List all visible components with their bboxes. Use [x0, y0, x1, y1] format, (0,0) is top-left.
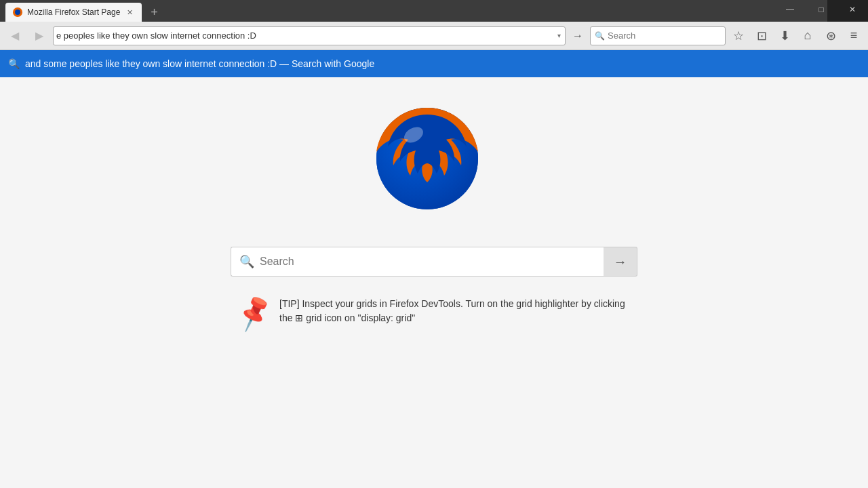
star-icon: ☆ [733, 28, 744, 43]
firefox-logo [359, 91, 509, 240]
menu-icon: ≡ [850, 28, 858, 43]
toolbar-search-bar[interactable]: 🔍 [590, 26, 726, 45]
bookmark-button[interactable]: ☆ [728, 26, 749, 46]
reader-icon: ⊡ [757, 28, 767, 43]
go-arrow-icon: → [572, 30, 583, 42]
toolbar: ◀ ▶ ▾ → 🔍 ☆ ⊡ ⬇ [0, 22, 868, 50]
pocket-icon: ⊛ [826, 28, 836, 43]
forward-button[interactable]: ▶ [28, 25, 50, 47]
page-search-go-arrow-icon: → [614, 254, 627, 270]
tip-text: [TIP] Inspect your grids in Firefox DevT… [279, 297, 631, 325]
download-icon: ⬇ [780, 28, 790, 43]
tab-bar: Mozilla Firefox Start Page ✕ + [0, 3, 868, 22]
maximize-button[interactable]: □ [806, 0, 837, 19]
page-search-input[interactable] [260, 256, 595, 268]
tip-area: 📌 [TIP] Inspect your grids in Firefox De… [231, 297, 637, 329]
window-controls: — □ ✕ [774, 0, 868, 19]
tab-item[interactable]: Mozilla Firefox Start Page ✕ [5, 3, 142, 22]
new-tab-button[interactable]: + [144, 3, 163, 22]
page-content: 🔍 → 📌 [TIP] Inspect your grids in Firefo… [0, 77, 868, 488]
title-bar: Mozilla Firefox Start Page ✕ + — □ ✕ [0, 0, 868, 22]
page-search-container: 🔍 → [231, 247, 637, 277]
toolbar-search-input[interactable] [608, 30, 722, 41]
close-button[interactable]: ✕ [837, 0, 868, 19]
page-search-go-button[interactable]: → [604, 247, 637, 277]
autocomplete-suggestion: and some peoples like they own slow inte… [25, 58, 860, 69]
browser-window: Mozilla Firefox Start Page ✕ + — □ ✕ ◀ ▶… [0, 0, 868, 488]
forward-icon: ▶ [35, 29, 43, 42]
home-button[interactable]: ⌂ [797, 26, 818, 46]
tab-title: Mozilla Firefox Start Page [27, 7, 120, 17]
autocomplete-search-icon: 🔍 [8, 58, 20, 69]
svg-point-1 [15, 9, 20, 15]
pocket-button[interactable]: ⊛ [821, 26, 841, 46]
tab-close-button[interactable]: ✕ [124, 7, 135, 18]
menu-button[interactable]: ≡ [844, 26, 864, 46]
tab-favicon [12, 7, 23, 18]
address-bar[interactable]: ▾ [53, 26, 566, 45]
reader-view-button[interactable]: ⊡ [751, 26, 772, 46]
back-icon: ◀ [11, 29, 19, 42]
address-input[interactable] [56, 30, 556, 41]
minimize-button[interactable]: — [774, 0, 806, 19]
toolbar-search-icon: 🔍 [595, 31, 605, 41]
pin-icon: 📌 [233, 292, 275, 333]
page-search-input-wrap[interactable]: 🔍 [231, 247, 604, 277]
page-search-icon: 🔍 [239, 254, 254, 269]
go-button[interactable]: → [568, 26, 587, 45]
downloads-button[interactable]: ⬇ [774, 26, 795, 46]
address-dropdown-arrow[interactable]: ▾ [556, 32, 562, 39]
home-icon: ⌂ [804, 28, 812, 43]
autocomplete-dropdown[interactable]: 🔍 and some peoples like they own slow in… [0, 50, 868, 77]
back-button[interactable]: ◀ [4, 25, 26, 47]
